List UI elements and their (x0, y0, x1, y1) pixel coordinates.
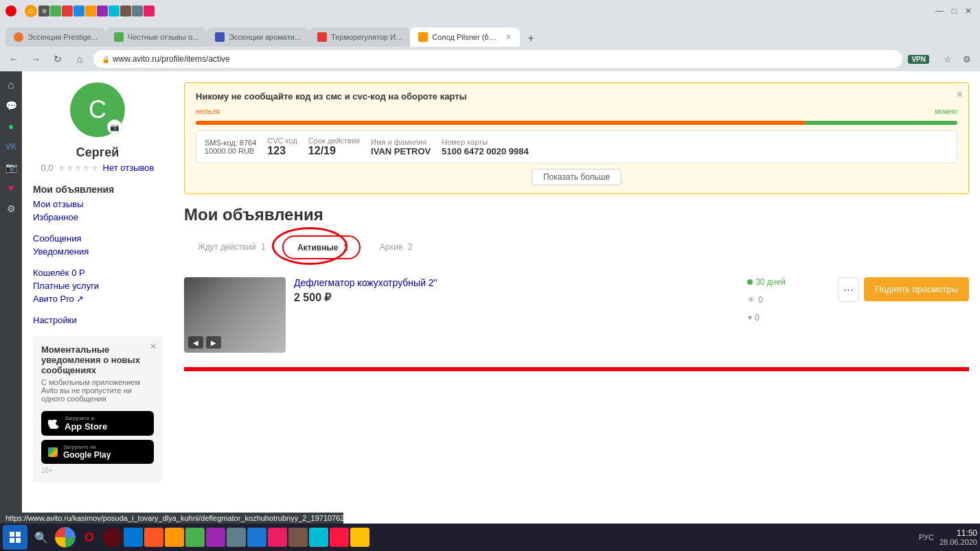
sidebar-settings-icon[interactable]: ⚙ (3, 200, 19, 217)
taskbar-chrome-icon[interactable] (55, 527, 76, 548)
nav-messages[interactable]: Сообщения (33, 233, 162, 244)
user-rating: 0,0 ★★★★★ Нет отзывов (33, 163, 162, 173)
listing-title[interactable]: Дефлегматор кожухотрубный 2" (294, 277, 739, 288)
settings-btn[interactable]: ⚙ (959, 51, 975, 67)
app-store-button[interactable]: Загрузите в App Store (41, 411, 154, 436)
toolbar-icon-3[interactable] (62, 5, 73, 16)
taskbar-icon-13[interactable] (309, 528, 328, 547)
svg-rect-3 (10, 538, 14, 543)
name-info: Имя и фамилия IVAN PETROV (371, 138, 431, 156)
taskbar-icon-7[interactable] (185, 528, 205, 547)
listing-views: 👁 0 (747, 295, 763, 305)
warning-label-right: можно (935, 107, 957, 115)
taskbar-icon-8[interactable] (206, 528, 225, 547)
toolbar-icon-6[interactable] (97, 5, 108, 16)
tab-5-active[interactable]: Солод Pilsner (базо... ✕ (410, 27, 520, 47)
browser-sidebar: ⌂ 💬 ● VK 📷 ♥ ⚙ (0, 71, 22, 526)
app-store-sublabel: Загрузите в (65, 415, 107, 421)
taskbar-search-icon[interactable]: 🔍 (29, 525, 54, 550)
toolbar-icon[interactable]: ⚙ (38, 5, 49, 16)
reviews-link[interactable]: Нет отзывов (103, 163, 155, 173)
notification-close-btn[interactable]: ✕ (150, 342, 157, 351)
avito-main: × Никому не сообщайте код из смс и cvс-к… (173, 71, 980, 526)
warning-label-left: нельзя (196, 107, 220, 115)
nav-wallet[interactable]: Кошелёк 0 Р (33, 268, 162, 278)
user-avatar: С 📷 (70, 82, 125, 137)
sidebar-messenger-icon[interactable]: 💬 (3, 97, 19, 114)
browser-logo[interactable]: O (25, 5, 37, 17)
toolbar-icon-4[interactable] (73, 5, 84, 16)
boost-views-btn[interactable]: Поднять просмотры (864, 277, 969, 301)
taskbar: 🔍 O РУС 11:50 28.06.2020 (0, 524, 980, 551)
tab-2[interactable]: Честные отзывы о... (106, 27, 207, 47)
new-tab-btn[interactable]: + (523, 30, 539, 47)
status-url: https://www.avito.ru/kasimov/posuda_i_to… (0, 513, 343, 524)
toolbar-icon-8[interactable] (120, 5, 131, 16)
url-bar[interactable]: 🔒 www.avito.ru/profile/items/active (93, 50, 902, 68)
toolbar-icon-7[interactable] (109, 5, 119, 16)
tab-active[interactable]: Активные 1 (282, 235, 361, 259)
listing-thumbnail[interactable]: ◀ ▶ (184, 277, 286, 353)
taskbar-icon-12[interactable] (288, 528, 308, 547)
user-name: Сергей (33, 145, 162, 160)
nav-settings[interactable]: Настройки (33, 315, 162, 325)
google-play-button[interactable]: Загрузите на Google Play (41, 440, 154, 464)
tab-archive[interactable]: Архив 2 (366, 236, 424, 257)
taskbar-icon-3[interactable] (103, 528, 122, 547)
toolbar-icon-9[interactable] (132, 5, 143, 16)
tab-pending[interactable]: Ждут действий 1 (184, 236, 277, 257)
back-btn[interactable]: ← (5, 51, 22, 67)
tab-close-icon[interactable]: ✕ (505, 33, 512, 42)
tab-1[interactable]: Эссенция Prestige... (5, 27, 106, 47)
nav-notifications[interactable]: Уведомления (33, 246, 162, 257)
age-label: 16+ (41, 467, 154, 474)
nav-my-reviews[interactable]: Мои отзывы (33, 199, 162, 209)
sidebar-home-icon[interactable]: ⌂ (3, 77, 19, 93)
app-store-label: App Store (65, 421, 107, 432)
nav-avito-pro[interactable]: Авито Pro ↗ (33, 294, 162, 304)
sidebar-whatsapp-icon[interactable]: ● (3, 118, 19, 134)
listing-more-btn[interactable]: ··· (838, 277, 858, 302)
taskbar-icon-11[interactable] (268, 528, 287, 547)
taskbar-icon-6[interactable] (165, 528, 184, 547)
nav-section-title: Мои объявления (33, 184, 162, 195)
next-image-btn[interactable]: ▶ (206, 336, 221, 349)
listing-favs: ♥ 0 (747, 313, 760, 323)
warning-close-btn[interactable]: × (957, 89, 963, 101)
avito-sidebar: С 📷 Сергей 0,0 ★★★★★ Нет отзывов Мои объ… (22, 71, 173, 526)
svg-point-0 (8, 8, 14, 14)
taskbar-icon-5[interactable] (144, 528, 163, 547)
sidebar-vk-icon[interactable]: VK (3, 139, 19, 155)
start-button[interactable] (3, 525, 27, 550)
show-more-btn[interactable]: Показать больше (532, 169, 622, 185)
toolbar-icon-2[interactable] (50, 5, 61, 16)
taskbar-browser-icon[interactable]: O (77, 525, 102, 550)
toolbar-icon-5[interactable] (85, 5, 96, 16)
prev-image-btn[interactable]: ◀ (188, 336, 203, 349)
cvc-info: CVC код 123 (267, 137, 297, 157)
home-btn[interactable]: ⌂ (71, 51, 88, 67)
bookmark-btn[interactable]: ☆ (940, 51, 955, 67)
minimize-btn[interactable]: — (933, 6, 946, 16)
sidebar-heart-icon[interactable]: ♥ (3, 180, 19, 196)
avatar-camera-icon[interactable]: 📷 (107, 119, 122, 134)
nav-paid-services[interactable]: Платные услуги (33, 281, 162, 291)
taskbar-icon-10[interactable] (247, 528, 266, 547)
taskbar-icon-9[interactable] (227, 528, 246, 547)
tab-3[interactable]: Эссенции аромати... (207, 27, 309, 47)
tab-4[interactable]: Терморегулятор И... (309, 27, 410, 47)
notification-card: ✕ Моментальные уведомления о новых сообщ… (33, 336, 162, 482)
tab-active-wrapper: Активные 1 (282, 235, 361, 258)
nav-favorites[interactable]: Избранное (33, 212, 162, 222)
refresh-btn[interactable]: ↻ (49, 51, 66, 67)
sidebar-instagram-icon[interactable]: 📷 (3, 159, 19, 176)
taskbar-icon-14[interactable] (330, 528, 349, 547)
close-btn[interactable]: ✕ (962, 6, 975, 16)
taskbar-icon-15[interactable] (350, 528, 369, 547)
maximize-btn[interactable]: □ (949, 6, 959, 16)
toolbar-icon-10[interactable] (144, 5, 155, 16)
forward-btn[interactable]: → (27, 51, 44, 67)
taskbar-icon-4[interactable] (124, 528, 143, 547)
taskbar-right: РУС 11:50 28.06.2020 (919, 528, 977, 546)
tab-bar: Эссенция Prestige... Честные отзывы о...… (0, 22, 980, 47)
